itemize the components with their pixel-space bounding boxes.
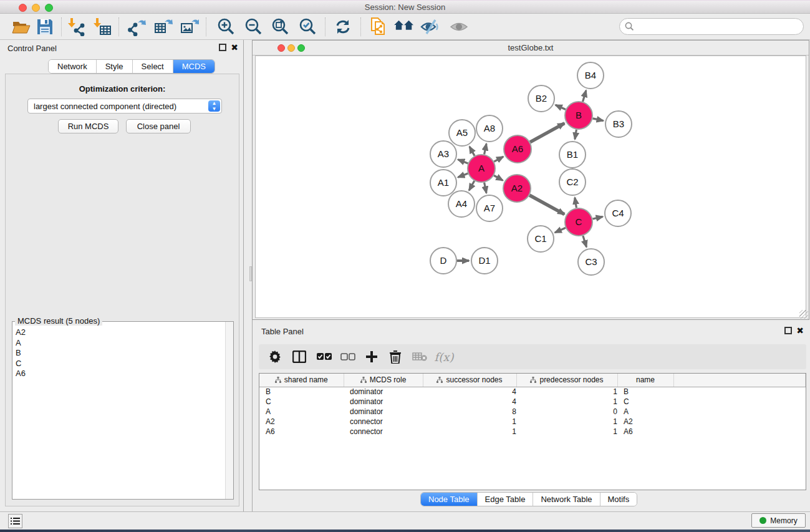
graph-edge-A6-B[interactable] — [530, 123, 564, 142]
graph-node-C1[interactable]: C1 — [528, 226, 554, 252]
tab-network[interactable]: Network — [49, 60, 97, 73]
splitter-grip[interactable] — [249, 266, 252, 281]
window-resize-grip[interactable] — [799, 310, 808, 319]
zoom-selected-icon[interactable] — [297, 17, 317, 36]
result-item[interactable]: C — [16, 359, 225, 369]
graph-edge-B-B4[interactable] — [583, 90, 586, 102]
import-table-icon[interactable] — [92, 17, 112, 36]
graph-edge-A-A7[interactable] — [485, 183, 486, 193]
export-image-icon[interactable] — [180, 17, 200, 36]
graph-edge-C-C2[interactable] — [575, 198, 577, 208]
delete-icon[interactable] — [387, 347, 403, 366]
graph-node-A4[interactable]: A4 — [448, 191, 475, 217]
graph-edge-B-B2[interactable] — [556, 105, 566, 109]
graph-edge-C-C3[interactable] — [583, 236, 587, 247]
float-panel-icon[interactable] — [219, 44, 226, 51]
tab-edge-table[interactable]: Edge Table — [478, 493, 534, 506]
tab-motifs[interactable]: Motifs — [600, 493, 637, 506]
graph-node-B[interactable]: B — [565, 102, 592, 129]
graph-node-B1[interactable]: B1 — [559, 142, 586, 168]
close-panel-icon[interactable]: ✖ — [231, 44, 238, 51]
task-history-button[interactable] — [8, 514, 22, 528]
hide-panel-icon[interactable] — [420, 17, 440, 36]
tab-mcds[interactable]: MCDS — [173, 60, 215, 73]
graph-node-A5[interactable]: A5 — [449, 120, 475, 146]
graph-edge-A-A3[interactable] — [458, 160, 468, 163]
result-item[interactable]: A — [16, 338, 225, 349]
refresh-icon[interactable] — [333, 17, 353, 36]
close-panel-button[interactable]: Close panel — [126, 119, 191, 133]
graph-node-A2[interactable]: A2 — [503, 175, 531, 202]
deselect-all-icon[interactable] — [340, 347, 356, 366]
column-header-successor-nodes[interactable]: successor nodes — [423, 374, 516, 387]
graph-node-A3[interactable]: A3 — [430, 141, 456, 167]
export-table-icon[interactable] — [153, 17, 173, 36]
delete-table-icon[interactable] — [411, 347, 428, 366]
graph-edge-A-A2[interactable] — [494, 175, 503, 180]
result-item[interactable]: B — [16, 348, 225, 359]
open-file-icon[interactable] — [11, 17, 31, 36]
criterion-dropdown[interactable]: largest connected component (directed) ▲… — [27, 99, 222, 114]
graph-node-A[interactable]: A — [468, 155, 495, 182]
clone-network-icon[interactable] — [369, 17, 389, 36]
zoom-out-icon[interactable] — [243, 17, 263, 36]
graph-edge-C-C1[interactable] — [555, 228, 566, 233]
graph-node-A1[interactable]: A1 — [430, 170, 456, 196]
home-icon[interactable] — [394, 17, 414, 36]
zoom-fit-icon[interactable] — [270, 17, 290, 36]
close-panel-icon[interactable]: ✖ — [796, 327, 804, 334]
function-builder-icon[interactable]: f(x) — [433, 347, 455, 366]
network-window-titlebar[interactable]: testGlobe.txt — [253, 41, 809, 56]
graph-node-D1[interactable]: D1 — [471, 248, 498, 274]
tab-select[interactable]: Select — [133, 60, 173, 73]
column-header-predecessor-nodes[interactable]: predecessor nodes — [516, 374, 617, 387]
network-canvas[interactable]: B4B2BB3A5A8A6B1A3AC2A1A2A4A7C4CC1DD1C3 — [255, 56, 806, 318]
table-row[interactable]: Adominator80A — [259, 407, 806, 417]
graph-node-A7[interactable]: A7 — [476, 195, 503, 221]
graph-node-B4[interactable]: B4 — [577, 62, 604, 89]
graph-node-B3[interactable]: B3 — [605, 111, 632, 137]
run-mcds-button[interactable]: Run MCDS — [58, 119, 118, 133]
graph-node-D[interactable]: D — [430, 248, 456, 274]
graph-node-C4[interactable]: C4 — [605, 200, 631, 226]
graph-node-C3[interactable]: C3 — [578, 249, 604, 275]
result-scrollbar[interactable] — [225, 322, 233, 499]
graph-edge-A2-C[interactable] — [529, 195, 564, 215]
graph-edge-B-B3[interactable] — [592, 118, 603, 121]
graph-edge-A-A1[interactable] — [458, 173, 468, 177]
column-header-shared-name[interactable]: shared name — [259, 374, 344, 387]
show-panel-icon[interactable] — [449, 17, 469, 36]
table-row[interactable]: Bdominator41B — [259, 387, 806, 397]
memory-button[interactable]: Memory — [751, 513, 806, 528]
zoom-in-icon[interactable] — [216, 17, 236, 36]
tab-style[interactable]: Style — [97, 60, 133, 73]
graph-node-A8[interactable]: A8 — [476, 115, 503, 142]
add-icon[interactable] — [364, 347, 380, 366]
graph-node-C2[interactable]: C2 — [559, 169, 586, 195]
table-row[interactable]: A6connector11A6 — [259, 427, 806, 437]
save-session-icon[interactable] — [35, 17, 55, 36]
result-item[interactable]: A6 — [16, 369, 225, 379]
tab-node-table[interactable]: Node Table — [421, 493, 478, 506]
graph-node-B2[interactable]: B2 — [528, 85, 554, 112]
column-header-name[interactable]: name — [617, 374, 673, 387]
table-row[interactable]: A2connector11A2 — [259, 417, 806, 427]
graph-edge-A-A6[interactable] — [494, 157, 503, 162]
import-network-icon[interactable] — [67, 17, 87, 36]
graph-edge-A-A5[interactable] — [470, 147, 475, 156]
result-item[interactable]: A2 — [16, 327, 225, 338]
gear-icon[interactable] — [268, 347, 282, 366]
mcds-result-list[interactable]: A2 A B C A6 — [13, 325, 225, 498]
graph-edge-A-A4[interactable] — [469, 181, 475, 190]
search-input[interactable] — [619, 18, 804, 35]
graph-node-A6[interactable]: A6 — [504, 135, 531, 163]
graph-edge-C-C4[interactable] — [592, 216, 602, 219]
export-network-icon[interactable] — [127, 17, 147, 36]
graph-edge-B-B1[interactable] — [575, 130, 576, 140]
columns-icon[interactable] — [291, 347, 307, 366]
tab-network-table[interactable]: Network Table — [533, 493, 600, 506]
table-row[interactable]: Cdominator41C — [259, 397, 806, 407]
float-panel-icon[interactable] — [784, 327, 792, 334]
select-all-icon[interactable] — [316, 347, 332, 366]
column-header-mcds-role[interactable]: MCDS role — [344, 374, 423, 387]
